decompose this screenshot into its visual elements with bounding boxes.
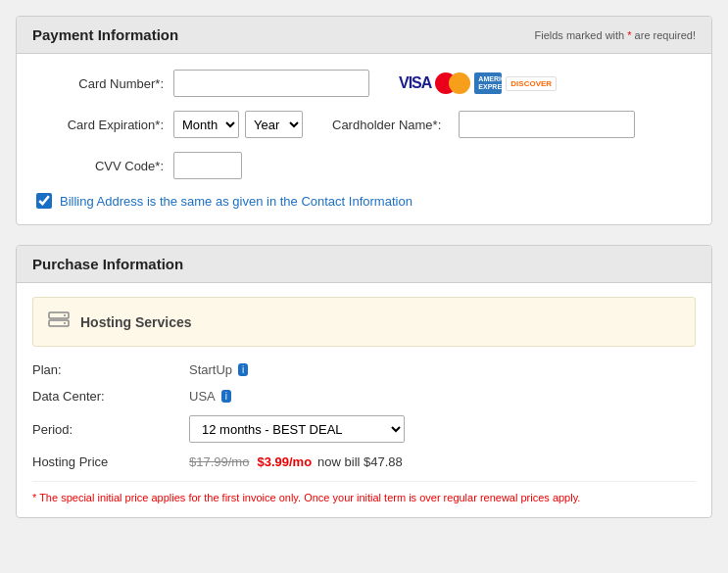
month-select[interactable]: Month 010203 040506 070809 101112 [173, 111, 239, 138]
datacenter-row: Data Center: USA i [32, 389, 696, 404]
datacenter-info-badge[interactable]: i [221, 390, 231, 403]
plan-label: Plan: [32, 362, 189, 377]
datacenter-label: Data Center: [32, 389, 189, 404]
hosting-services-title: Hosting Services [80, 314, 192, 330]
plan-value: StartUp i [189, 362, 248, 377]
mastercard-icon [435, 72, 470, 94]
year-select[interactable]: Year 202420252026 2027202820292030 [245, 111, 303, 138]
period-label: Period: [32, 422, 189, 437]
card-expiration-row: Card Expiration*: Month 010203 040506 07… [36, 111, 692, 138]
cardholder-name-label: Cardholder Name*: [332, 118, 441, 132]
card-number-input[interactable] [173, 70, 369, 97]
cvv-row: CVV Code*: [36, 152, 692, 179]
cvv-input[interactable] [173, 152, 242, 179]
payment-information-card: Payment Information Fields marked with *… [16, 16, 712, 225]
hosting-price-row: Hosting Price $17.99/mo $3.99/mo now bil… [32, 454, 696, 469]
card-expiration-label: Card Expiration*: [36, 118, 164, 132]
payment-section-title: Payment Information [32, 26, 178, 43]
billing-address-checkbox[interactable] [36, 193, 52, 209]
card-number-label: Card Number*: [36, 76, 164, 91]
payment-required-note: Fields marked with * are required! [535, 29, 696, 41]
discover-icon: DISCOVER [506, 76, 557, 91]
cardholder-name-input[interactable] [459, 111, 635, 138]
amex-icon: AMERICANEXPRESS [474, 72, 502, 93]
billing-checkbox-row: Billing Address is the same as given in … [36, 193, 692, 209]
required-asterisk: * [627, 29, 631, 41]
payment-section-body: Card Number*: VISA AMERICANEXPRESS DISCO… [17, 54, 711, 224]
svg-point-3 [64, 322, 66, 324]
plan-info-badge[interactable]: i [238, 363, 248, 376]
cvv-label: CVV Code*: [36, 159, 164, 173]
datacenter-value-text: USA [189, 389, 216, 404]
period-select[interactable]: 1 month 3 months 6 months 12 months - BE… [189, 415, 405, 443]
plan-row: Plan: StartUp i [32, 362, 696, 377]
purchase-section-header: Purchase Information [17, 246, 711, 283]
payment-section-header: Payment Information Fields marked with *… [17, 17, 711, 54]
card-number-row: Card Number*: VISA AMERICANEXPRESS DISCO… [36, 70, 692, 97]
card-icons: VISA AMERICANEXPRESS DISCOVER [399, 72, 557, 94]
purchase-information-card: Purchase Information Hosting Services Pl… [16, 245, 712, 518]
pricing-footnote: * The special initial price applies for … [32, 481, 696, 503]
mc-circle-orange [449, 72, 470, 94]
expiration-selects: Month 010203 040506 070809 101112 Year 2… [173, 111, 303, 138]
hosting-icon [47, 308, 71, 336]
purchase-section-body: Hosting Services Plan: StartUp i Data Ce… [17, 283, 711, 517]
svg-point-2 [64, 314, 66, 316]
hosting-services-bar: Hosting Services [32, 297, 696, 347]
price-new: $3.99/mo [257, 454, 312, 469]
hosting-price-label: Hosting Price [32, 454, 189, 469]
price-old: $17.99/mo [189, 454, 249, 469]
period-row: Period: 1 month 3 months 6 months 12 mon… [32, 415, 696, 443]
price-bill: now bill $47.88 [317, 454, 403, 469]
billing-checkbox-label: Billing Address is the same as given in … [60, 194, 413, 209]
visa-icon: VISA [399, 74, 431, 92]
datacenter-value: USA i [189, 389, 231, 404]
plan-value-text: StartUp [189, 362, 232, 377]
purchase-section-title: Purchase Information [32, 256, 183, 272]
